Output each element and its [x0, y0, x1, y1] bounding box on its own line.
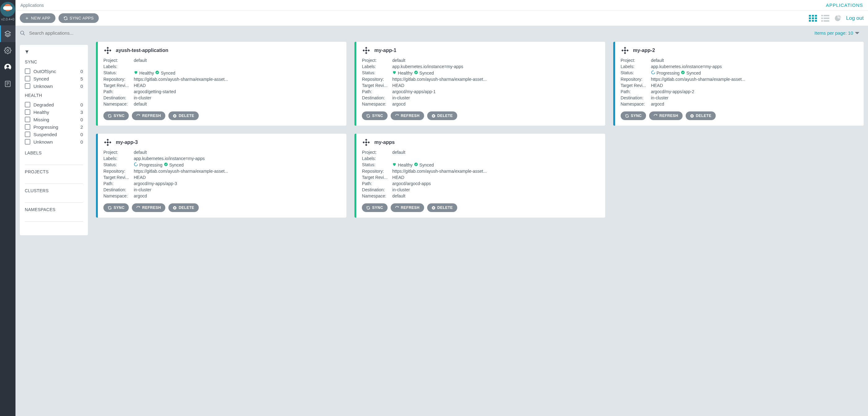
field-value — [392, 156, 599, 161]
tile-refresh-button[interactable]: REFRESH — [391, 111, 424, 120]
tile-sync-button[interactable]: SYNC — [103, 111, 129, 120]
argo-logo — [0, 2, 15, 17]
filter-check-row[interactable]: Suspended0 — [25, 131, 83, 138]
check-count: 5 — [81, 76, 83, 82]
tile-delete-button[interactable]: DELETE — [427, 111, 457, 120]
view-list-button[interactable] — [821, 15, 829, 22]
application-tile[interactable]: my-app-3Project:defaultLabels:app.kubern… — [96, 134, 346, 218]
sync-apps-button[interactable]: SYNC APPS — [59, 13, 99, 23]
tile-delete-button[interactable]: DELETE — [686, 111, 716, 120]
check-circle-icon — [155, 70, 159, 75]
application-tile[interactable]: ayush-test-applicationProject:defaultLab… — [96, 42, 346, 126]
application-title: my-app-3 — [116, 139, 138, 145]
breadcrumb[interactable]: Applications — [21, 3, 44, 8]
field-label: Project: — [621, 58, 651, 63]
checkbox[interactable] — [25, 109, 30, 115]
check-label: Unknown — [33, 84, 78, 89]
search-input[interactable] — [29, 29, 100, 37]
tile-sync-button[interactable]: SYNC — [621, 111, 646, 120]
field-label: Target Revi... — [362, 175, 392, 180]
tile-refresh-button[interactable]: REFRESH — [649, 111, 683, 120]
user-circle-icon — [4, 63, 11, 71]
application-title: ayush-test-application — [116, 48, 168, 53]
field-label: Status: — [103, 70, 134, 75]
application-icon — [362, 138, 371, 147]
topbar: Applications APPLICATIONS — [16, 0, 868, 10]
tile-sync-button[interactable]: SYNC — [362, 111, 387, 120]
field-label: Destination: — [362, 95, 392, 100]
filter-check-row[interactable]: Progressing2 — [25, 123, 83, 131]
field-value — [134, 64, 341, 69]
nav-docs[interactable] — [0, 75, 16, 92]
gear-icon — [4, 47, 11, 54]
check-circle-icon — [414, 162, 418, 167]
tile-delete-button[interactable]: DELETE — [168, 111, 198, 120]
field-value: Healthy Synced — [392, 70, 599, 75]
svg-rect-16 — [824, 17, 829, 19]
filter-health-title: HEALTH — [25, 93, 83, 98]
check-label: Suspended — [33, 132, 78, 137]
field-label: Namespace: — [103, 193, 134, 198]
filter-check-row[interactable]: Healthy3 — [25, 108, 83, 116]
tile-refresh-button[interactable]: REFRESH — [132, 111, 165, 120]
checkbox[interactable] — [25, 117, 30, 122]
filter-check-row[interactable]: Degraded0 — [25, 101, 83, 108]
application-tile[interactable]: my-app-1Project:defaultLabels:app.kubern… — [354, 42, 605, 126]
application-icon — [621, 46, 629, 55]
checkbox[interactable] — [25, 132, 30, 137]
checkbox[interactable] — [25, 124, 30, 130]
svg-rect-4 — [809, 15, 811, 17]
field-value: default — [134, 58, 341, 63]
checkbox[interactable] — [25, 68, 30, 74]
view-tiles-button[interactable] — [809, 15, 817, 22]
nav-settings[interactable] — [0, 42, 16, 59]
new-app-button[interactable]: NEW APP — [20, 13, 55, 23]
tile-delete-button[interactable]: DELETE — [427, 203, 457, 212]
check-label: Degraded — [33, 102, 78, 107]
field-label: Labels: — [621, 64, 651, 69]
tile-delete-button[interactable]: DELETE — [168, 203, 198, 212]
checkbox[interactable] — [25, 102, 30, 107]
svg-rect-11 — [812, 20, 814, 21]
check-count: 0 — [81, 117, 83, 122]
svg-rect-6 — [815, 15, 817, 17]
filter-clusters-title: CLUSTERS — [25, 188, 83, 193]
items-per-page[interactable]: Items per page: 10 — [814, 30, 862, 36]
field-label: Labels: — [103, 156, 134, 161]
application-title: my-app-2 — [633, 48, 655, 53]
field-label: Target Revi... — [362, 83, 392, 88]
field-value: in-cluster — [134, 187, 341, 192]
tile-refresh-button[interactable]: REFRESH — [391, 203, 424, 212]
application-tile[interactable]: my-appsProject:defaultLabels:Status: Hea… — [354, 134, 605, 218]
heart-icon — [392, 162, 397, 167]
filter-check-row[interactable]: OutOfSync0 — [25, 67, 83, 75]
field-label: Project: — [103, 150, 134, 155]
tile-sync-button[interactable]: SYNC — [362, 203, 387, 212]
field-label: Repository: — [103, 169, 134, 174]
view-chart-button[interactable] — [834, 15, 842, 22]
logout-link[interactable]: Log out — [846, 15, 864, 21]
field-label: Destination: — [621, 95, 651, 100]
checkbox[interactable] — [25, 76, 30, 82]
checkbox[interactable] — [25, 139, 30, 145]
tile-refresh-button[interactable]: REFRESH — [132, 203, 165, 212]
field-label: Namespace: — [103, 101, 134, 106]
filter-check-row[interactable]: Unknown0 — [25, 138, 83, 146]
nav-user[interactable] — [0, 59, 16, 75]
field-label: Labels: — [362, 64, 392, 69]
filter-check-row[interactable]: Missing0 — [25, 116, 83, 123]
checkbox[interactable] — [25, 83, 30, 89]
check-count: 0 — [81, 139, 83, 145]
filter-check-row[interactable]: Unknown0 — [25, 82, 83, 90]
field-value: https://gitlab.com/ayush-sharma/example-… — [134, 77, 341, 82]
filter-check-row[interactable]: Synced5 — [25, 75, 83, 82]
field-value: https://gitlab.com/ayush-sharma/example-… — [134, 169, 341, 174]
nav-applications[interactable] — [0, 25, 16, 42]
field-label: Labels: — [103, 64, 134, 69]
tile-sync-button[interactable]: SYNC — [103, 203, 129, 212]
plus-icon — [25, 16, 29, 21]
field-value: argocd — [392, 101, 599, 106]
field-value: default — [392, 150, 599, 155]
application-icon — [103, 138, 112, 147]
application-tile[interactable]: my-app-2Project:defaultLabels:app.kubern… — [613, 42, 864, 126]
